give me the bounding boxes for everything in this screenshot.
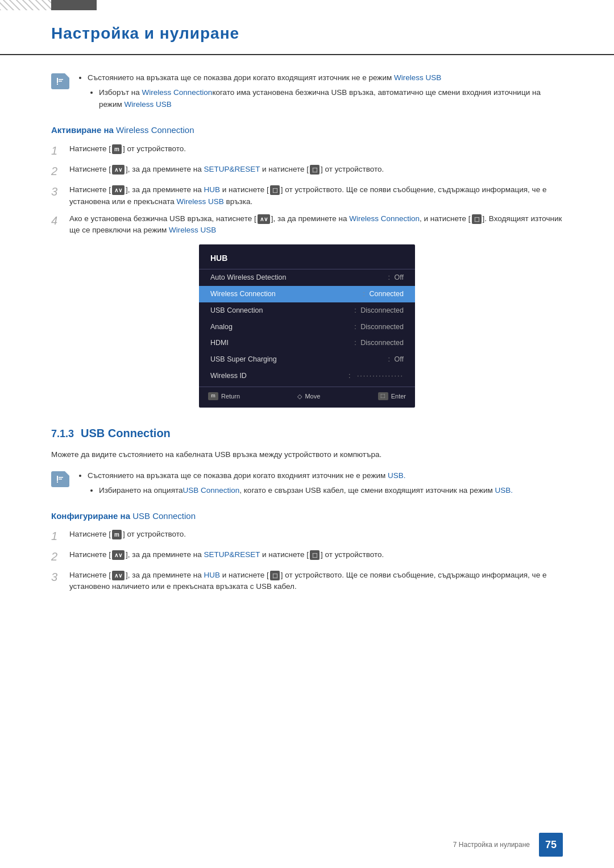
usb-nav-btn-2: ∧∨ [112, 571, 125, 580]
step-4: 4 Ако е установена безжична USB връзка, … [51, 213, 563, 236]
footer-content: 7 Настройка и нулиране 75 [453, 833, 563, 857]
svg-rect-6 [59, 477, 63, 478]
return-icon: m [208, 392, 218, 400]
nav-button-icon-2: ∧∨ [112, 185, 125, 195]
activation-heading: Активиране на Wireless Connection [51, 124, 563, 137]
enter-button-icon-2: ⬚ [270, 185, 280, 195]
page-number-badge: 75 [539, 833, 563, 857]
svg-rect-2 [59, 79, 63, 80]
usb-note-content: Състоянието на връзката ще се показва до… [76, 470, 563, 499]
top-decoration-bar [0, 0, 614, 10]
enter-button-icon-3: ⬚ [472, 214, 482, 224]
step-1: 1 Натиснете [m] от устройството. [51, 143, 563, 158]
nav-button-icon-3: ∧∨ [258, 214, 270, 224]
nav-button-icon: ∧∨ [112, 165, 125, 175]
usb-note-icon [51, 471, 69, 489]
usb-description: Можете да видите състоянието на кабелнат… [51, 448, 563, 461]
usb-note-bullet-1: Състоянието на връзката ще се показва до… [88, 470, 563, 481]
note-icon-inner [51, 73, 69, 89]
page-footer: 7 Настройка и нулиране 75 [0, 833, 614, 857]
hub-menu-item-wireless-id: Wireless ID : ··············· [199, 368, 415, 384]
page-container: Настройка и нулиране Състоянието н [0, 0, 614, 868]
note-sub-list: Изборът на Wireless Connectionкогато има… [88, 87, 563, 110]
usb-section-title: 7.1.3 USB Connection [51, 425, 563, 442]
svg-rect-1 [57, 78, 58, 83]
footer-move: ◇ Move [297, 392, 320, 401]
svg-rect-5 [57, 476, 58, 481]
hub-menu-item-usb: USB Connection : Disconnected [199, 302, 415, 319]
usb-menu-btn: m [112, 530, 122, 539]
page-title: Настройка и нулиране [51, 22, 563, 45]
usb-config-heading: Конфигуриране на USB Connection [51, 510, 563, 523]
hub-menu-footer: m Return ◇ Move ⬚ Enter [199, 387, 415, 404]
hub-menu-item-analog: Analog : Disconnected [199, 319, 415, 335]
note-bullet-1: Състоянието на връзката ще се показва до… [88, 72, 563, 84]
footer-return: m Return [208, 392, 240, 401]
usb-step-1: 1 Натиснете [m] от устройството. [51, 529, 563, 543]
page-header: Настройка и нулиране [0, 10, 614, 55]
menu-button-icon: m [112, 144, 122, 154]
usb-note-block: Състоянието на връзката ще се показва до… [51, 470, 563, 499]
note-content: Състоянието на връзката ще се показва до… [76, 72, 563, 113]
note-sub-bullet-1: Изборът на Wireless Connectionкогато има… [99, 87, 563, 110]
usb-note-sub-list: Избирането на опциятаUSB Connection, ког… [88, 485, 563, 496]
usb-nav-btn: ∧∨ [112, 550, 125, 560]
note-bullet-list: Състоянието на връзката ще се показва до… [76, 72, 563, 110]
wireless-steps: 1 Натиснете [m] от устройството. 2 Натис… [51, 143, 563, 236]
main-content: Състоянието на връзката ще се показва до… [0, 72, 614, 592]
hub-menu-item-wireless: Wireless Connection : Connected [199, 286, 415, 302]
usb-note-bullet-list: Състоянието на връзката ще се показва до… [76, 470, 563, 497]
usb-steps: 1 Натиснете [m] от устройството. 2 Натис… [51, 529, 563, 593]
usb-step-2: 2 Натиснете [∧∨], за да преминете на SET… [51, 549, 563, 564]
top-bar-rect [51, 0, 97, 10]
hub-menu-item-usb-charging: USB Super Charging : Off [199, 351, 415, 368]
usb-note-icon-inner [51, 471, 69, 487]
svg-rect-0 [57, 84, 58, 85]
note-icon [51, 73, 69, 92]
wireless-note-block: Състоянието на връзката ще се показва до… [51, 72, 563, 113]
svg-rect-4 [57, 481, 58, 483]
hub-menu-item-hdmi: HDMI : Disconnected [199, 335, 415, 351]
svg-rect-7 [59, 479, 62, 480]
step-3: 3 Натиснете [∧∨], за да преминете на HUB… [51, 184, 563, 207]
footer-enter: ⬚ Enter [378, 392, 406, 401]
usb-note-sub-bullet-1: Избирането на опциятаUSB Connection, ког… [99, 485, 563, 496]
hub-menu-item-auto: Auto Wireless Detection : Off [199, 269, 415, 286]
enter-button-icon: ⬚ [310, 165, 320, 175]
step-2: 2 Натиснете [∧∨], за да преминете на SET… [51, 164, 563, 178]
hub-menu-title: HUB [199, 249, 415, 269]
usb-enter-btn-2: ⬚ [270, 571, 280, 580]
footer-text: 7 Настройка и нулиране [453, 840, 530, 850]
enter-icon: ⬚ [378, 392, 388, 400]
usb-enter-btn: ⬚ [310, 550, 320, 560]
usb-step-3: 3 Натиснете [∧∨], за да преминете на HUB… [51, 570, 563, 593]
top-bar-cover [51, 0, 614, 10]
svg-rect-3 [59, 81, 62, 82]
hub-menu-screenshot: HUB Auto Wireless Detection : Off Wirele… [199, 244, 415, 408]
